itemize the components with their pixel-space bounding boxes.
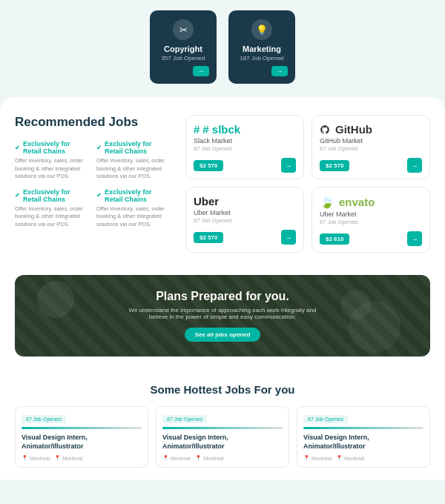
plans-section: Plans Prepared for you. We understand th…	[0, 268, 445, 371]
hottest-card-0[interactable]: 87 Job Opened Visual Design Intern, Anim…	[15, 406, 148, 468]
plans-banner: Plans Prepared for you. We understand th…	[15, 275, 430, 357]
hottest-card-1[interactable]: 87 Job Opened Visual Design Intern, Anim…	[156, 406, 289, 468]
copyright-arrow-btn[interactable]: →	[193, 66, 209, 76]
hottest-job-title-0: Visual Design Intern, Animator/Illustrat…	[22, 434, 142, 451]
category-card-copyright[interactable]: ✂ Copyright 357 Job Opened →	[150, 10, 217, 84]
hottest-meta-1: Montreal Montreal	[162, 455, 283, 461]
feature-item-1: Exclusively for Retail Chains Offer inve…	[96, 140, 171, 181]
github-market: GitHub Market	[320, 137, 422, 145]
envato-logo: 🍃envato	[320, 195, 422, 209]
copyright-title: Copyright	[164, 44, 202, 53]
slack-count: 87 Job Opened	[194, 145, 296, 152]
slack-apply-btn[interactable]: →	[281, 158, 296, 173]
hottest-loc2-2: Montreal	[336, 455, 364, 461]
hottest-job-title-2: Visual Design Intern, Animator/Illustrat…	[303, 434, 423, 451]
feature-desc-0: Offer inventory, sales, order booking & …	[15, 157, 89, 181]
feature-title-2: Exclusively for Retail Chains	[15, 188, 89, 203]
slack-salary: $2 570	[194, 160, 223, 171]
feature-title-3: Exclusively for Retail Chains	[96, 188, 171, 203]
feature-title-1: Exclusively for Retail Chains	[96, 140, 171, 155]
job-card-slack: # slbck Slack Market 87 Job Opened $2 57…	[185, 115, 304, 179]
envato-salary: $2 610	[320, 233, 349, 245]
recommended-section: Recommended Jobs Exclusively for Retail …	[0, 97, 445, 268]
marketing-count: 187 Job Opened	[240, 55, 283, 62]
github-apply-btn[interactable]: →	[407, 158, 422, 173]
feature-desc-2: Offer inventory, sales, order booking & …	[15, 205, 89, 229]
copyright-icon: ✂	[173, 19, 194, 40]
plans-title: Plans Prepared for you.	[156, 290, 289, 303]
recommended-left-panel: Recommended Jobs Exclusively for Retail …	[15, 115, 171, 253]
github-count: 87 Job Opened	[320, 145, 422, 152]
hottest-tag-0: 87 Job Opened	[22, 415, 66, 423]
github-logo: GitHub	[320, 123, 422, 136]
plans-subtitle: We understand the importance of approach…	[126, 307, 319, 320]
hottest-card-2[interactable]: 87 Job Opened Visual Design Intern, Anim…	[297, 406, 430, 468]
hottest-tag-1: 87 Job Opened	[162, 415, 207, 423]
job-card-uber: Uber Uber Market 87 Job Opened $2 570 →	[185, 187, 304, 253]
job-card-envato: 🍃envato Uber Market 87 Job Opened $2 610…	[312, 187, 430, 253]
uber-market: Uber Market	[194, 209, 296, 216]
category-card-marketing[interactable]: 💡 Marketing 187 Job Opened →	[228, 10, 295, 84]
uber-apply-btn[interactable]: →	[281, 230, 296, 245]
hottest-job-title-1: Visual Design Intern, Animator/Illustrat…	[162, 434, 283, 451]
feature-desc-3: Offer inventory, sales, order booking & …	[96, 205, 171, 229]
hottest-meta-0: Montreal Montreal	[22, 455, 142, 461]
copyright-count: 357 Job Opened	[161, 55, 205, 62]
top-categories: ✂ Copyright 357 Job Opened → 💡 Marketing…	[0, 0, 445, 97]
job-cards-grid: # slbck Slack Market 87 Job Opened $2 57…	[185, 115, 430, 253]
envato-count: 87 Job Opened	[320, 219, 422, 225]
hottest-loc2-0: Montreal	[54, 455, 82, 461]
hottest-loc1-0: Montreal	[22, 455, 50, 461]
envato-apply-btn[interactable]: →	[407, 231, 422, 246]
feature-item-0: Exclusively for Retail Chains Offer inve…	[15, 140, 89, 181]
divider-2	[303, 427, 423, 429]
hottest-loc2-1: Montreal	[195, 455, 223, 461]
feature-title-0: Exclusively for Retail Chains	[15, 140, 89, 155]
github-footer: $2 570 →	[320, 158, 422, 173]
envato-market: Uber Market	[320, 210, 422, 218]
feature-item-2: Exclusively for Retail Chains Offer inve…	[15, 188, 89, 229]
slack-logo: # slbck	[194, 123, 296, 136]
feature-desc-1: Offer inventory, sales, order booking & …	[96, 157, 171, 181]
uber-logo: Uber	[194, 195, 296, 208]
hottest-loc1-2: Montreal	[303, 455, 332, 461]
marketing-icon: 💡	[251, 19, 272, 40]
github-salary: $2 570	[320, 160, 349, 171]
hottest-tag-2: 87 Job Opened	[303, 415, 348, 423]
recommended-title: Recommended Jobs	[15, 115, 171, 130]
uber-count: 87 Job Opened	[194, 217, 296, 224]
plans-cta-btn[interactable]: See all jobs opened	[185, 328, 261, 342]
uber-footer: $2 570 →	[194, 230, 296, 245]
feature-list: Exclusively for Retail Chains Offer inve…	[15, 140, 171, 228]
marketing-arrow-btn[interactable]: →	[271, 66, 288, 76]
feature-item-3: Exclusively for Retail Chains Offer inve…	[96, 188, 171, 229]
uber-salary: $2 570	[194, 232, 223, 243]
divider-0	[22, 427, 142, 429]
hottest-meta-2: Montreal Montreal	[303, 455, 423, 461]
divider-1	[162, 427, 283, 429]
hottest-title: Some Hottest Jobs For you	[15, 383, 430, 396]
hottest-section: Some Hottest Jobs For you 87 Job Opened …	[0, 371, 445, 480]
envato-footer: $2 610 →	[320, 231, 422, 246]
slack-market: Slack Market	[194, 137, 296, 145]
job-card-github: GitHub GitHub Market 87 Job Opened $2 57…	[312, 115, 430, 179]
hottest-loc1-1: Montreal	[162, 455, 191, 461]
marketing-title: Marketing	[243, 44, 281, 53]
hottest-cards-grid: 87 Job Opened Visual Design Intern, Anim…	[15, 406, 430, 468]
slack-footer: $2 570 →	[194, 158, 296, 173]
